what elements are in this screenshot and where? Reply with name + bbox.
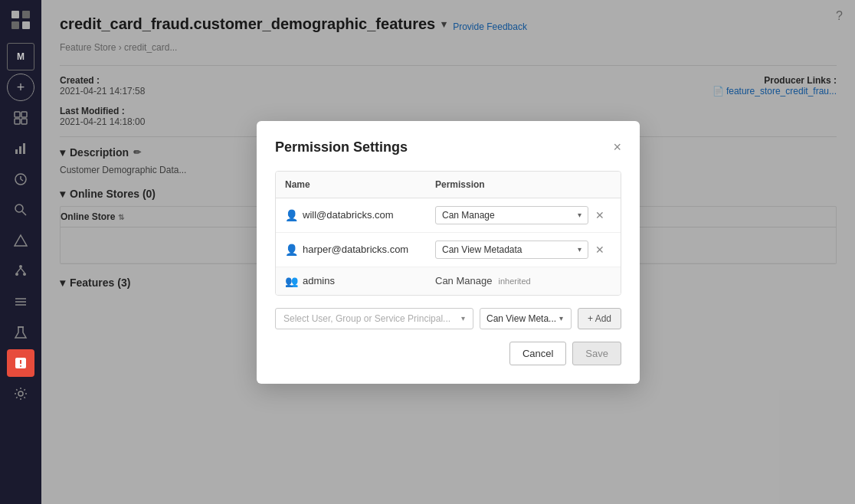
modal-header: Permission Settings ×: [275, 139, 621, 155]
user-admins: 👥 admins: [285, 275, 435, 287]
sidebar-item-delta[interactable]: [7, 227, 34, 254]
modal-footer: Cancel Save: [275, 342, 621, 365]
perm-chevron-harper: ▾: [578, 245, 581, 254]
perm-select-harper[interactable]: Can View Metadata ▾: [435, 241, 588, 259]
svg-rect-7: [21, 119, 27, 124]
inherited-badge: inherited: [498, 277, 530, 286]
sidebar-item-flask[interactable]: [7, 319, 34, 346]
svg-point-18: [15, 273, 18, 276]
svg-point-28: [20, 365, 21, 367]
svg-rect-1: [22, 11, 30, 18]
sidebar-item-workspace[interactable]: M: [7, 43, 34, 70]
permission-row-harper: 👤 harper@databricks.com Can View Metadat…: [276, 233, 621, 267]
permission-row-admins: 👥 admins Can Manage inherited: [276, 267, 621, 295]
svg-rect-10: [23, 143, 25, 154]
svg-rect-3: [22, 21, 30, 29]
user-select-chevron: ▾: [461, 314, 465, 322]
modal-title: Permission Settings: [275, 139, 408, 155]
permission-table: Name Permission 👤 will@databricks.com Ca…: [275, 171, 621, 296]
svg-marker-16: [15, 235, 27, 246]
permission-header: Permission: [435, 179, 588, 190]
modal-close-button[interactable]: ×: [613, 140, 621, 154]
svg-point-29: [18, 391, 23, 396]
svg-point-17: [19, 265, 22, 268]
sidebar-item-chart[interactable]: [7, 135, 34, 162]
save-button[interactable]: Save: [572, 342, 621, 365]
name-header: Name: [285, 179, 435, 190]
sidebar-logo[interactable]: [7, 6, 34, 34]
svg-rect-5: [21, 112, 27, 117]
user-icon-will: 👤: [285, 209, 298, 221]
sidebar-item-alert[interactable]: [7, 349, 34, 377]
user-will: 👤 will@databricks.com: [285, 209, 435, 221]
user-harper: 👤 harper@databricks.com: [285, 244, 435, 256]
cancel-button[interactable]: Cancel: [509, 342, 566, 365]
svg-point-19: [23, 273, 26, 276]
sidebar: M +: [0, 0, 41, 504]
permission-settings-modal: Permission Settings × Name Permission 👤 …: [257, 121, 640, 384]
sidebar-item-clock[interactable]: [7, 165, 34, 193]
sidebar-item-search[interactable]: [7, 196, 34, 224]
remove-will-button[interactable]: ✕: [588, 208, 611, 223]
svg-rect-0: [11, 11, 19, 18]
svg-rect-9: [19, 146, 21, 154]
main-content: ? credit_card_fraud.customer_demographic…: [41, 0, 855, 504]
perm-select-will[interactable]: Can Manage ▾: [435, 206, 588, 224]
sidebar-item-flow[interactable]: [7, 288, 34, 316]
modal-overlay: Permission Settings × Name Permission 👤 …: [41, 0, 855, 504]
group-icon-admins: 👥: [285, 275, 298, 287]
permission-table-header: Name Permission: [276, 172, 621, 198]
svg-line-13: [21, 179, 23, 181]
svg-line-20: [17, 268, 21, 273]
svg-point-14: [15, 205, 23, 212]
add-permission-row: Select User, Group or Service Principal.…: [275, 308, 621, 329]
user-group-select[interactable]: Select User, Group or Service Principal.…: [275, 308, 473, 329]
sidebar-item-settings[interactable]: [7, 380, 34, 407]
sidebar-item-tree[interactable]: [7, 257, 34, 285]
user-icon-harper: 👤: [285, 244, 298, 256]
perm-chevron-will: ▾: [578, 211, 581, 219]
add-button[interactable]: + Add: [578, 308, 621, 329]
sidebar-item-add[interactable]: +: [7, 74, 34, 101]
permission-row-will: 👤 will@databricks.com Can Manage ▾ ✕: [276, 198, 621, 233]
svg-rect-6: [15, 119, 20, 124]
svg-rect-8: [15, 149, 18, 154]
add-perm-chevron: ▾: [559, 314, 563, 322]
add-permission-select[interactable]: Can View Meta... ▾: [480, 308, 572, 329]
svg-rect-2: [11, 21, 19, 29]
svg-line-21: [21, 268, 25, 273]
svg-rect-4: [15, 112, 20, 117]
sidebar-item-grid[interactable]: [7, 104, 34, 132]
svg-line-15: [22, 211, 26, 215]
remove-harper-button[interactable]: ✕: [588, 242, 611, 257]
